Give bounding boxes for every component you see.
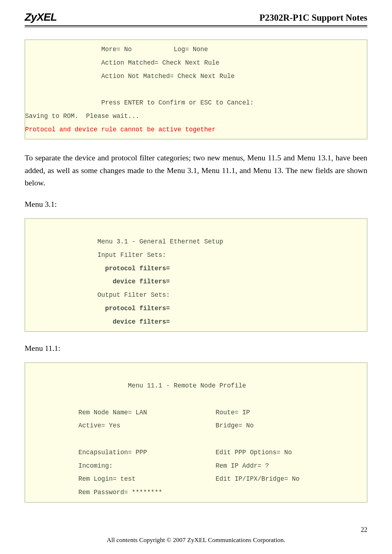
section-label-menu31: Menu 3.1: xyxy=(25,200,367,209)
code-line-bold: device filters= xyxy=(25,278,170,285)
code-line: Rem Node Name= LAN xyxy=(25,409,147,416)
code-line: Edit PPP Options= No xyxy=(147,449,292,456)
code-line: Incoming: xyxy=(25,462,113,469)
code-line-error: Protocol and device rule cannot be activ… xyxy=(25,126,216,133)
code-line: Encapsulation= PPP xyxy=(25,449,147,456)
code-line: Rem Password= ******** xyxy=(25,489,162,496)
code-line-bold: device filters= xyxy=(25,318,170,325)
doc-title: P2302R-P1C Support Notes xyxy=(260,13,367,23)
code-line: Rem IP Addr= ? xyxy=(113,462,269,469)
code-line: Press ENTER to Confirm or ESC to Cancel: xyxy=(25,99,254,106)
header: ZyXEL P2302R-P1C Support Notes xyxy=(25,11,367,23)
logo: ZyXEL xyxy=(25,11,57,23)
paragraph: To separate the device and protocol filt… xyxy=(25,152,367,189)
footer-copyright: All contents Copyright © 2007 ZyXEL Comm… xyxy=(0,536,392,544)
code-line: Active= Yes xyxy=(25,422,121,429)
code-line: Rem Login= test xyxy=(25,475,136,483)
section-label-menu111: Menu 11.1: xyxy=(25,344,367,353)
code-line: Route= IP xyxy=(147,409,250,416)
code-box-2: Menu 3.1 - General Ethernet Setup Input … xyxy=(25,218,367,332)
code-box-1: More= No Log= None Action Matched= Check… xyxy=(25,40,367,139)
code-line: Output Filter Sets: xyxy=(25,291,170,299)
code-line: Menu 3.1 - General Ethernet Setup xyxy=(25,238,223,245)
page-number: 22 xyxy=(361,526,367,534)
code-line: More= No Log= None xyxy=(25,46,208,53)
code-box-3: Menu 11.1 - Remote Node Profile Rem Node… xyxy=(25,362,367,502)
code-line: Action Matched= Check Next Rule xyxy=(25,59,220,66)
code-line: Input Filter Sets: xyxy=(25,251,166,259)
divider-thick xyxy=(25,25,367,26)
divider-thin xyxy=(25,27,367,27)
code-line: Bridge= No xyxy=(121,422,254,429)
code-line-bold: protocol filters= xyxy=(25,265,170,272)
code-line: Edit IP/IPX/Bridge= No xyxy=(136,475,300,483)
code-line: Action Not Matched= Check Next Rule xyxy=(25,73,235,80)
code-line: Saving to ROM. Please wait... xyxy=(25,112,139,120)
code-line-bold: protocol filters= xyxy=(25,305,170,312)
code-line: Menu 11.1 - Remote Node Profile xyxy=(25,382,246,389)
